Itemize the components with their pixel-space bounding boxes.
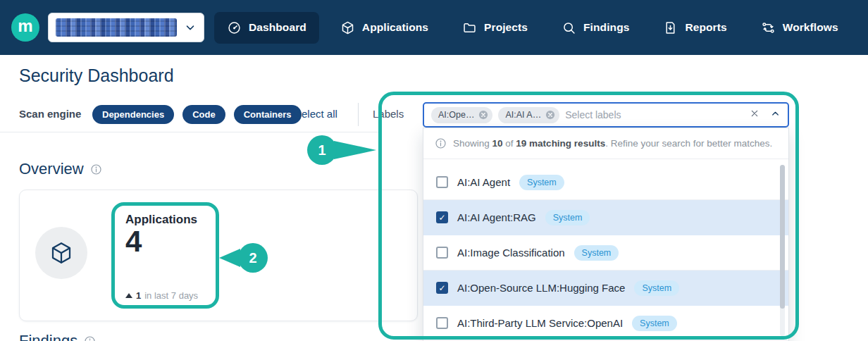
overview-heading: Overview xyxy=(19,160,102,178)
label-chip[interactable]: AI:Ope… xyxy=(431,107,492,123)
label-option-text: AI:Image Classification xyxy=(457,247,565,259)
applications-stat-card: Applications 4 1 in last 7 days xyxy=(19,190,418,321)
select-all-link[interactable]: Select all xyxy=(294,108,337,120)
app-window: m Dashboard Applications xyxy=(0,0,868,341)
multiselect-controls xyxy=(749,108,781,122)
org-selector-dropdown[interactable] xyxy=(48,13,204,42)
applications-icon-circle xyxy=(35,227,87,279)
annotation-callout-1: 1 xyxy=(307,135,337,165)
system-badge: System xyxy=(632,316,677,331)
section-divider xyxy=(0,132,380,132)
checkbox[interactable] xyxy=(436,211,448,223)
label-option-text: AI:AI Agent:RAG xyxy=(457,211,536,223)
scan-engine-pill-containers[interactable]: Containers xyxy=(234,105,302,124)
dropdown-summary-text: Showing 10 of 19 matching results. Refin… xyxy=(453,138,772,149)
label-option-text: AI:Third-Party LLM Service:OpenAI xyxy=(457,317,623,329)
chevron-down-icon xyxy=(184,21,197,34)
brand-logo[interactable]: m xyxy=(11,13,39,42)
label-option-row[interactable]: AI:Open-Source LLM:Hugging Face System xyxy=(423,271,788,306)
nav-item-findings[interactable]: Findings xyxy=(549,12,642,44)
workflows-icon xyxy=(761,20,776,35)
labels-search-input[interactable] xyxy=(565,109,743,120)
filter-divider xyxy=(358,103,359,126)
label-option-text: AI:Open-Source LLM:Hugging Face xyxy=(457,282,625,294)
page-title: Security Dashboard xyxy=(19,66,174,86)
nav-item-dashboard[interactable]: Dashboard xyxy=(214,12,319,44)
labels-multiselect[interactable]: AI:Ope… AI:AI A… xyxy=(423,102,789,128)
label-option-row[interactable]: AI:Image Classification System xyxy=(423,235,788,271)
system-badge: System xyxy=(634,280,679,296)
cube-icon xyxy=(49,240,74,266)
label-chip[interactable]: AI:AI A… xyxy=(498,107,559,123)
dropdown-summary: Showing 10 of 19 matching results. Refin… xyxy=(423,128,788,159)
label-chip-text: AI:Ope… xyxy=(438,110,474,120)
findings-heading: Findings xyxy=(19,332,96,341)
stat-delta: 1 in last 7 days xyxy=(125,290,198,301)
scan-engine-label: Scan engine xyxy=(19,108,81,120)
top-nav: m Dashboard Applications xyxy=(0,0,868,55)
dropdown-scrollbar-track[interactable] xyxy=(780,165,785,336)
info-icon xyxy=(435,137,447,149)
nav-item-applications[interactable]: Applications xyxy=(328,12,441,44)
projects-icon xyxy=(462,20,477,35)
info-icon[interactable] xyxy=(90,163,102,175)
stat-delta-period: in last 7 days xyxy=(144,290,198,301)
checkbox[interactable] xyxy=(436,317,448,329)
label-option-row[interactable]: AI:AI Agent:RAG System xyxy=(423,200,788,235)
org-name-redacted xyxy=(56,18,177,37)
main-nav-menu: Dashboard Applications Projects Findings xyxy=(214,0,851,55)
clear-icon[interactable] xyxy=(749,108,760,122)
nav-item-label: Workflows xyxy=(783,21,838,34)
nav-item-label: Projects xyxy=(484,21,528,34)
nav-item-label: Findings xyxy=(583,21,629,34)
info-icon[interactable] xyxy=(84,335,96,341)
overview-title: Overview xyxy=(19,160,84,178)
stat-delta-value: 1 xyxy=(136,290,141,301)
system-badge: System xyxy=(545,210,590,225)
nav-item-workflows[interactable]: Workflows xyxy=(748,12,851,44)
findings-icon xyxy=(562,20,576,35)
dropdown-spacer xyxy=(423,159,788,165)
nav-item-label: Dashboard xyxy=(249,21,306,34)
dropdown-scrollbar-thumb[interactable] xyxy=(780,165,785,309)
nav-item-label: Reports xyxy=(685,21,726,34)
annotation-pointer-2 xyxy=(219,249,240,267)
annotation-callout-2: 2 xyxy=(238,243,268,273)
applications-icon xyxy=(340,20,355,35)
labels-filter-label: Labels xyxy=(373,108,404,120)
system-badge: System xyxy=(519,175,564,190)
label-chip-text: AI:AI A… xyxy=(505,110,541,120)
chip-remove-icon[interactable] xyxy=(478,110,488,120)
chip-remove-icon[interactable] xyxy=(545,110,555,120)
label-option-row[interactable]: AI:AI Agent System xyxy=(423,165,788,200)
findings-title: Findings xyxy=(19,332,78,341)
checkbox[interactable] xyxy=(436,282,448,294)
trend-up-icon xyxy=(125,293,132,298)
scan-engine-pill-dependencies[interactable]: Dependencies xyxy=(92,105,174,124)
brand-logo-glyph: m xyxy=(18,18,32,35)
dashboard-icon xyxy=(227,20,242,35)
stat-value: 4 xyxy=(125,227,142,256)
label-option-text: AI:AI Agent xyxy=(457,176,510,188)
chevron-up-icon[interactable] xyxy=(770,108,781,122)
checkbox[interactable] xyxy=(436,247,448,259)
annotation-pointer-1 xyxy=(334,141,376,159)
scan-engine-pill-code[interactable]: Code xyxy=(182,105,225,124)
label-option-row[interactable]: AI:Third-Party LLM Service:OpenAI System xyxy=(423,306,788,341)
nav-item-projects[interactable]: Projects xyxy=(450,12,540,44)
checkbox[interactable] xyxy=(436,176,448,188)
nav-item-reports[interactable]: Reports xyxy=(650,12,739,44)
scan-engine-pills: Dependencies Code Containers xyxy=(92,105,302,124)
nav-item-label: Applications xyxy=(362,21,428,34)
reports-icon xyxy=(663,20,678,35)
labels-dropdown-panel: Showing 10 of 19 matching results. Refin… xyxy=(423,128,789,341)
system-badge: System xyxy=(574,245,619,261)
